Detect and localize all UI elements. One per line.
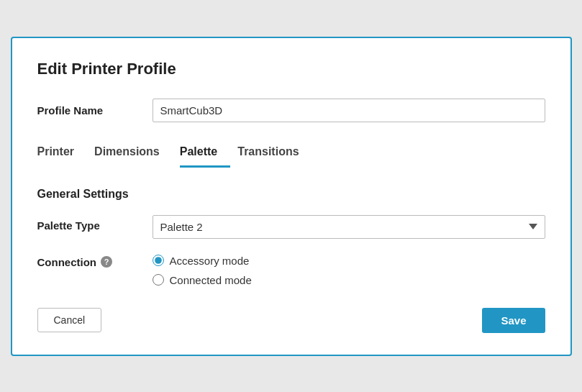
connection-help-icon[interactable]: ?: [101, 256, 112, 268]
accessory-mode-radio[interactable]: [153, 255, 164, 266]
connected-mode-radio[interactable]: [153, 274, 164, 286]
general-settings-title: General Settings: [37, 188, 545, 201]
dialog-title: Edit Printer Profile: [37, 60, 545, 78]
palette-type-row: Palette Type Palette 2 Palette 3 Palette…: [37, 215, 545, 239]
connection-radio-group: Accessory mode Connected mode: [153, 252, 545, 286]
tab-palette[interactable]: Palette: [180, 140, 230, 168]
connection-label: Connection ?: [37, 252, 153, 268]
connected-mode-label: Connected mode: [170, 274, 252, 286]
connected-mode-option[interactable]: Connected mode: [153, 274, 545, 286]
save-button[interactable]: Save: [482, 308, 545, 333]
profile-name-label: Profile Name: [37, 104, 153, 117]
tab-printer[interactable]: Printer: [37, 140, 88, 168]
accessory-mode-label: Accessory mode: [170, 255, 250, 267]
tab-transitions[interactable]: Transitions: [237, 140, 312, 168]
connection-control: Accessory mode Connected mode: [153, 252, 545, 286]
tabs: Printer Dimensions Palette Transitions: [37, 140, 545, 168]
dialog-footer: Cancel Save: [37, 308, 545, 333]
palette-type-select[interactable]: Palette 2 Palette 3 Palette+: [153, 215, 545, 239]
palette-type-label: Palette Type: [37, 215, 153, 232]
profile-name-input[interactable]: [153, 99, 545, 122]
edit-printer-profile-dialog: Edit Printer Profile Profile Name Printe…: [11, 37, 572, 356]
accessory-mode-option[interactable]: Accessory mode: [153, 255, 545, 267]
cancel-button[interactable]: Cancel: [37, 308, 102, 332]
profile-name-row: Profile Name: [37, 99, 545, 122]
palette-type-control: Palette 2 Palette 3 Palette+: [153, 215, 545, 239]
tab-dimensions[interactable]: Dimensions: [94, 140, 173, 168]
connection-row: Connection ? Accessory mode Connected mo…: [37, 252, 545, 286]
general-settings-section: General Settings Palette Type Palette 2 …: [37, 188, 545, 286]
